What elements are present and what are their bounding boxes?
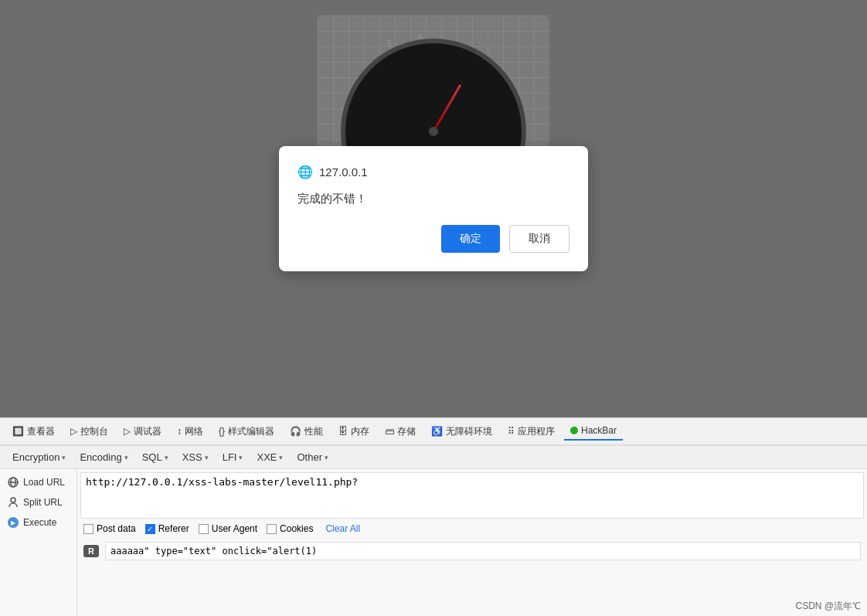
storage-icon: 🗃 xyxy=(385,426,394,437)
cookies-checkbox[interactable] xyxy=(267,524,277,534)
hackbar-area: Encryption ▾ Encoding ▾ SQL ▾ XSS ▾ LFI … xyxy=(0,445,867,616)
clear-all-button[interactable]: Clear All xyxy=(325,523,360,534)
user-agent-checkbox[interactable] xyxy=(199,524,209,534)
csdn-watermark: CSDN @流年℃ xyxy=(795,600,861,613)
menu-xss[interactable]: XSS ▾ xyxy=(176,449,215,465)
referer-checkbox[interactable]: ✓ xyxy=(145,524,155,534)
hackbar-main: Load URL Split URL ▶ Execute http://127.… xyxy=(0,469,867,616)
tab-style-label: 样式编辑器 xyxy=(228,425,274,438)
dialog-message: 完成的不错！ xyxy=(298,192,570,206)
post-data-checkbox[interactable] xyxy=(83,524,94,534)
hackbar-content: http://127.0.0.1/xss-labs-master/level11… xyxy=(77,469,867,616)
sql-label: SQL xyxy=(142,451,162,463)
encoding-arrow-icon: ▾ xyxy=(124,454,128,461)
cancel-button[interactable]: 取消 xyxy=(509,225,570,253)
url-input[interactable]: http://127.0.0.1/xss-labs-master/level11… xyxy=(80,472,864,519)
lfi-label: LFI xyxy=(223,451,237,463)
xss-arrow-icon: ▾ xyxy=(205,454,209,461)
cookies-checkbox-label[interactable]: Cookies xyxy=(267,523,313,534)
tab-debugger-label: 调试器 xyxy=(134,425,162,438)
svg-point-3 xyxy=(11,498,15,502)
menu-lfi[interactable]: LFI ▾ xyxy=(216,449,250,465)
tab-debugger[interactable]: ▷ 调试器 xyxy=(117,422,168,441)
network-icon: ↕ xyxy=(177,426,182,437)
dialog-buttons: 确定 取消 xyxy=(298,225,570,253)
tab-accessibility-label: 无障碍环境 xyxy=(446,425,492,438)
tab-application[interactable]: ⠿ 应用程序 xyxy=(502,422,561,441)
execute-icon: ▶ xyxy=(8,517,19,528)
tab-console-label: 控制台 xyxy=(80,425,108,438)
r-input[interactable] xyxy=(105,542,861,560)
lfi-arrow-icon: ▾ xyxy=(239,454,243,461)
tab-style[interactable]: {} 样式编辑器 xyxy=(212,422,280,441)
dialog-overlay: 🌐 127.0.0.1 完成的不错！ 确定 取消 xyxy=(0,0,867,417)
load-url-label: Load URL xyxy=(23,477,65,488)
execute-label: Execute xyxy=(23,517,56,528)
dialog: 🌐 127.0.0.1 完成的不错！ 确定 取消 xyxy=(279,146,588,271)
main-content: 欢迎来到level11 没有找到和相关的结果. 6 5 7 2 1 10 AUD… xyxy=(0,0,867,417)
accessibility-icon: ♿ xyxy=(431,426,443,437)
hackbar-dot-icon xyxy=(570,427,578,434)
debugger-icon: ▷ xyxy=(124,426,131,437)
encryption-label: Encryption xyxy=(12,451,60,463)
load-url-button[interactable]: Load URL xyxy=(0,472,76,492)
referer-checkbox-label[interactable]: ✓ Referer xyxy=(145,523,189,534)
tab-memory[interactable]: 🗄 内存 xyxy=(332,422,376,441)
tab-network-label: 网络 xyxy=(185,425,203,438)
menu-encoding[interactable]: Encoding ▾ xyxy=(73,449,134,465)
execute-button[interactable]: ▶ Execute xyxy=(0,512,76,533)
encoding-label: Encoding xyxy=(80,451,121,463)
tab-hackbar-label: HackBar xyxy=(581,425,617,436)
tab-performance-label: 性能 xyxy=(304,425,323,438)
tab-network[interactable]: ↕ 网络 xyxy=(171,422,209,441)
hackbar-r-area: R xyxy=(80,539,864,563)
load-url-icon xyxy=(8,477,19,488)
tab-inspector-label: 查看器 xyxy=(27,425,55,438)
tab-storage[interactable]: 🗃 存储 xyxy=(379,422,422,441)
performance-icon: 🎧 xyxy=(290,426,301,437)
other-arrow-icon: ▾ xyxy=(325,454,328,461)
style-icon: {} xyxy=(219,426,225,437)
menu-xxe[interactable]: XXE ▾ xyxy=(250,449,289,465)
referer-label: Referer xyxy=(158,523,189,534)
tab-hackbar[interactable]: HackBar xyxy=(564,422,623,441)
menu-sql[interactable]: SQL ▾ xyxy=(136,449,175,465)
hackbar-menu: Encryption ▾ Encoding ▾ SQL ▾ XSS ▾ LFI … xyxy=(0,446,867,469)
tab-console[interactable]: ▷ 控制台 xyxy=(64,422,114,441)
globe-icon: 🌐 xyxy=(298,165,313,179)
tab-performance[interactable]: 🎧 性能 xyxy=(284,422,329,441)
user-agent-label: User Agent xyxy=(212,523,257,534)
tab-accessibility[interactable]: ♿ 无障碍环境 xyxy=(425,422,498,441)
split-url-icon xyxy=(8,497,19,508)
hackbar-options: Post data ✓ Referer User Agent Cookies C… xyxy=(80,519,864,539)
post-data-label: Post data xyxy=(97,523,136,534)
tab-inspector[interactable]: 🔲 查看器 xyxy=(6,422,61,441)
tab-storage-label: 存储 xyxy=(397,425,416,438)
split-url-label: Split URL xyxy=(23,497,63,508)
memory-icon: 🗄 xyxy=(338,426,348,437)
post-data-checkbox-label[interactable]: Post data xyxy=(83,523,136,534)
menu-encryption[interactable]: Encryption ▾ xyxy=(6,449,72,465)
confirm-button[interactable]: 确定 xyxy=(441,225,500,253)
devtools-bar: 🔲 查看器 ▷ 控制台 ▷ 调试器 ↕ 网络 {} 样式编辑器 🎧 性能 🗄 内… xyxy=(0,417,867,445)
r-badge: R xyxy=(83,545,99,557)
hackbar-sidebar: Load URL Split URL ▶ Execute xyxy=(0,469,77,616)
application-icon: ⠿ xyxy=(508,426,515,437)
user-agent-checkbox-label[interactable]: User Agent xyxy=(199,523,257,534)
encryption-arrow-icon: ▾ xyxy=(62,454,66,461)
xss-label: XSS xyxy=(182,451,202,463)
split-url-button[interactable]: Split URL xyxy=(0,492,76,512)
dialog-url: 127.0.0.1 xyxy=(319,165,368,179)
tab-application-label: 应用程序 xyxy=(518,425,555,438)
dialog-header: 🌐 127.0.0.1 xyxy=(298,165,570,179)
tab-memory-label: 内存 xyxy=(351,425,369,438)
xxe-label: XXE xyxy=(257,451,277,463)
console-icon: ▷ xyxy=(70,426,77,437)
cookies-label: Cookies xyxy=(280,523,313,534)
sql-arrow-icon: ▾ xyxy=(165,454,168,461)
inspector-icon: 🔲 xyxy=(12,426,24,437)
other-label: Other xyxy=(297,451,322,463)
menu-other[interactable]: Other ▾ xyxy=(291,449,335,465)
xxe-arrow-icon: ▾ xyxy=(279,454,283,461)
